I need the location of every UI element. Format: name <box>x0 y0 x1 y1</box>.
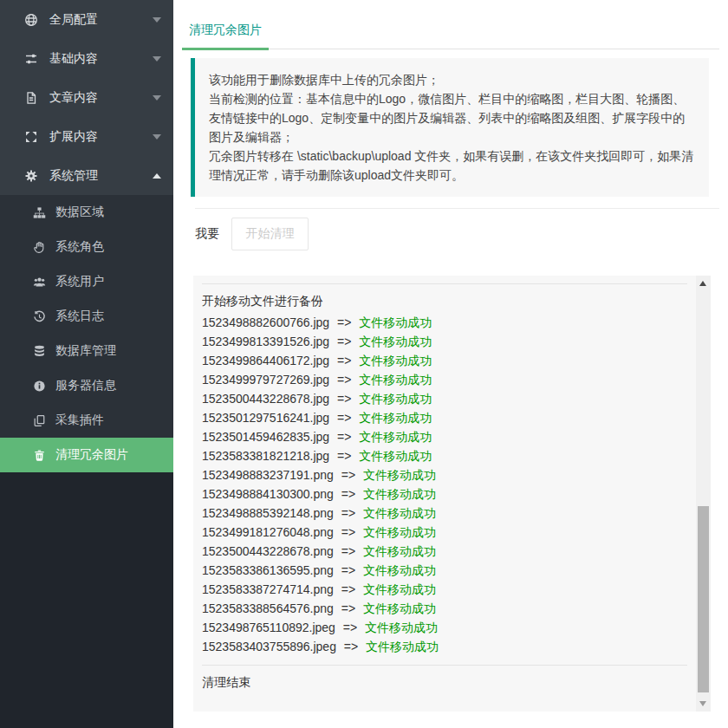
sidebar-subitem-collect-plugin[interactable]: 采集插件 <box>0 403 173 438</box>
log-entry: 1523499813391526.jpg => 文件移动成功 <box>202 332 687 351</box>
log-entry-separator: => <box>341 525 355 539</box>
log-entry-filename: 1523583386136595.png <box>202 563 334 577</box>
sidebar: 全局配置 基础内容 文章内容 扩展内容 系统管理 数据区域 <box>0 0 173 728</box>
sidebar-subitem-system-user[interactable]: 系统用户 <box>0 264 173 299</box>
notice-line: 该功能用于删除数据库中上传的冗余图片； <box>209 70 695 89</box>
sidebar-subitem-database-management[interactable]: 数据库管理 <box>0 334 173 368</box>
log-entry-separator: => <box>337 449 351 463</box>
log-entry-separator: => <box>337 335 351 348</box>
sidebar-subitem-label: 系统角色 <box>55 239 161 255</box>
log-scrollbar[interactable] <box>696 276 711 712</box>
sidebar-subitem-label: 服务器信息 <box>55 378 161 393</box>
log-entry-status: 文件移动成功 <box>363 582 436 596</box>
log-entry-status: 文件移动成功 <box>363 506 436 520</box>
tab-bar: 清理冗余图片 <box>182 0 719 49</box>
log-entry-filename: 1523500443228678.jpg <box>202 392 329 406</box>
log-entry: 1523499979727269.jpg => 文件移动成功 <box>202 370 687 389</box>
notice-box: 该功能用于删除数据库中上传的冗余图片； 当前检测的位置：基本信息中的Logo，微… <box>191 58 709 197</box>
start-clean-button[interactable]: 开始清理 <box>231 218 309 250</box>
log-entry: 1523498885392148.png => 文件移动成功 <box>202 504 687 523</box>
log-entry-status: 文件移动成功 <box>359 373 432 387</box>
sidebar-subitem-server-info[interactable]: 服务器信息 <box>0 368 173 403</box>
log-entry-filename: 1523499979727269.jpg <box>202 373 329 387</box>
gear-icon <box>24 169 38 183</box>
sidebar-subitem-data-area[interactable]: 数据区域 <box>0 195 173 230</box>
sidebar-subitem-label: 数据区域 <box>55 205 161 220</box>
expand-icon <box>24 130 38 144</box>
log-entry-separator: => <box>337 411 351 425</box>
chevron-down-icon <box>153 95 161 101</box>
section-divider <box>195 208 719 209</box>
chevron-down-icon <box>153 56 161 62</box>
tab-label: 清理冗余图片 <box>189 23 262 38</box>
log-entry-separator: => <box>343 621 357 634</box>
trash-icon <box>33 449 46 462</box>
database-icon <box>33 345 46 358</box>
sidebar-subitem-label: 采集插件 <box>55 413 161 428</box>
sidebar-item-system-management[interactable]: 系统管理 <box>0 156 173 195</box>
log-entry-filename: 1523500443228678.png <box>202 544 334 558</box>
chevron-down-icon <box>153 17 161 23</box>
sidebar-subitem-label: 系统用户 <box>55 274 161 289</box>
log-entry-filename: 1523498885392148.png <box>202 506 334 520</box>
notice-line: 当前检测的位置：基本信息中的Logo，微信图片、栏目中的缩略图，栏目大图、轮播图… <box>209 89 695 108</box>
log-entry-status: 文件移动成功 <box>359 430 432 444</box>
log-entry: 1523500443228678.jpg => 文件移动成功 <box>202 389 687 408</box>
log-entry-separator: => <box>341 563 355 577</box>
action-row: 我要 开始清理 <box>195 218 728 250</box>
log-entry-status: 文件移动成功 <box>363 525 436 539</box>
log-entry-filename: 1523498883237191.png <box>202 468 334 482</box>
tab-clean-redundant-images[interactable]: 清理冗余图片 <box>182 0 269 49</box>
log-end-message: 清理结束 <box>202 673 687 692</box>
log-entry-separator: => <box>337 392 351 406</box>
log-entry-status: 文件移动成功 <box>363 544 436 558</box>
notice-line: 图片及编辑器； <box>209 127 695 146</box>
sidebar-item-article-content[interactable]: 文章内容 <box>0 78 173 117</box>
sidebar-item-extended-content[interactable]: 扩展内容 <box>0 117 173 156</box>
sidebar-subitem-system-role[interactable]: 系统角色 <box>0 230 173 264</box>
log-content: 开始移动文件进行备份 1523498882600766.jpg => 文件移动成… <box>202 276 687 712</box>
log-entry: 1523500443228678.png => 文件移动成功 <box>202 542 687 561</box>
main-content: 清理冗余图片 该功能用于删除数据库中上传的冗余图片； 当前检测的位置：基本信息中… <box>173 0 728 728</box>
sidebar-item-label: 文章内容 <box>49 90 153 106</box>
log-entry-filename: 1523501297516241.jpg <box>202 411 329 425</box>
sidebar-subitem-clean-redundant-images[interactable]: 清理冗余图片 <box>0 438 173 472</box>
log-entry-filename: 1523501459462835.jpg <box>202 430 329 444</box>
log-entry-filename: 1523499181276048.png <box>202 525 334 539</box>
hand-icon <box>33 241 46 254</box>
sidebar-subitem-label: 系统日志 <box>55 309 161 324</box>
active-tab-indicator <box>182 48 269 50</box>
sliders-icon <box>24 52 38 66</box>
log-entry-filename: 1523499864406172.jpg <box>202 354 329 367</box>
log-entry-separator: => <box>337 354 351 367</box>
users-icon <box>33 276 46 289</box>
chevron-up-icon <box>153 173 161 179</box>
sitemap-icon <box>33 206 46 219</box>
log-entry-status: 文件移动成功 <box>359 335 432 348</box>
log-entry-filename: 1523583381821218.jpg <box>202 449 329 463</box>
log-entry: 1523501297516241.jpg => 文件移动成功 <box>202 408 687 427</box>
history-icon <box>33 310 46 323</box>
log-entry-filename: 1523583388564576.png <box>202 601 334 615</box>
scrollbar-up-arrow-icon[interactable] <box>699 281 706 286</box>
sidebar-subitem-system-log[interactable]: 系统日志 <box>0 299 173 334</box>
sidebar-item-label: 系统管理 <box>49 168 153 184</box>
log-entries: 1523498882600766.jpg => 文件移动成功 152349981… <box>202 313 687 656</box>
log-entry-separator: => <box>337 315 351 329</box>
sidebar-item-basic-content[interactable]: 基础内容 <box>0 39 173 78</box>
sidebar-subitem-label: 清理冗余图片 <box>55 447 161 463</box>
log-entry-status: 文件移动成功 <box>365 621 438 634</box>
sidebar-item-label: 基础内容 <box>49 51 153 67</box>
log-entry-filename: 1523583387274714.png <box>202 582 334 596</box>
copy-icon <box>33 414 46 427</box>
sidebar-subitem-label: 数据库管理 <box>55 343 161 359</box>
info-icon <box>33 380 46 393</box>
scrollbar-down-arrow-icon[interactable] <box>699 701 706 706</box>
log-entry: 1523583388564576.png => 文件移动成功 <box>202 599 687 618</box>
scrollbar-thumb[interactable] <box>698 506 709 692</box>
log-entry: 1523583387274714.png => 文件移动成功 <box>202 580 687 599</box>
sidebar-item-global-config[interactable]: 全局配置 <box>0 0 173 39</box>
log-entry-filename: 1523498882600766.jpg <box>202 315 329 329</box>
log-entry: 1523501459462835.jpg => 文件移动成功 <box>202 427 687 446</box>
chevron-down-icon <box>153 134 161 140</box>
